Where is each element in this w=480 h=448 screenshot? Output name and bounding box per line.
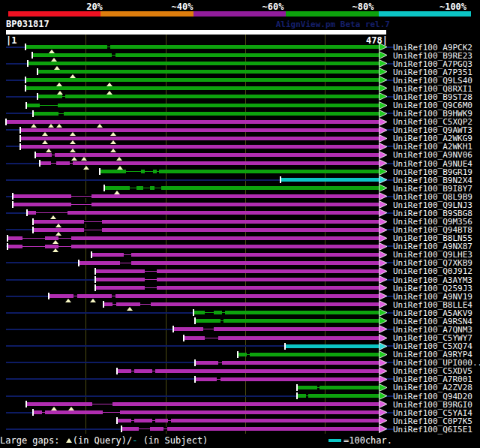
- alignment-bar[interactable]: [238, 353, 379, 356]
- alignment-bar[interactable]: [33, 53, 379, 57]
- query-gap-icon: [83, 166, 89, 170]
- alignment-bar[interactable]: [298, 394, 379, 398]
- alignment-bar[interactable]: [34, 410, 379, 414]
- alignment-bar[interactable]: [26, 86, 379, 90]
- alignment-bar[interactable]: [8, 245, 379, 248]
- alignment-bar[interactable]: [80, 261, 379, 265]
- alignment-bar[interactable]: [21, 145, 379, 149]
- hit-label[interactable]: UniRef100_Q0J912: [393, 267, 472, 275]
- alignment-bar[interactable]: [298, 386, 379, 389]
- alignment-bar[interactable]: [38, 70, 379, 74]
- alignment-bar[interactable]: [26, 45, 379, 49]
- alignment-bar[interactable]: [104, 302, 379, 306]
- alignment-bar[interactable]: [196, 377, 379, 381]
- hit-label[interactable]: UniRef100_A2ZV28: [393, 383, 472, 392]
- subject-gap-region: [126, 172, 140, 173]
- alignment-bar[interactable]: [8, 236, 379, 240]
- alignment-arrow-icon: [379, 325, 388, 333]
- query-gap-icon: [106, 91, 112, 95]
- alignment-bar[interactable]: [14, 203, 379, 206]
- alignment-bar[interactable]: [96, 278, 379, 281]
- alignment-bar[interactable]: [196, 319, 379, 323]
- hit-label[interactable]: UniRef100_A9NUE4: [393, 160, 472, 168]
- alignment-bar[interactable]: [34, 228, 379, 232]
- subject-gap-region: [84, 230, 101, 232]
- query-gap-icon: [42, 132, 48, 136]
- alignment-bar[interactable]: [122, 427, 379, 431]
- hit-label[interactable]: UniRef100_A9NV06: [393, 151, 472, 159]
- hit-label[interactable]: UniRef100_A3AYM3: [393, 276, 472, 284]
- alignment-bar[interactable]: [118, 419, 379, 422]
- alignment-bar[interactable]: [7, 120, 379, 124]
- query-gap-icon: [68, 407, 74, 410]
- alignment-bar[interactable]: [50, 294, 379, 298]
- query-gap-icon: [127, 307, 133, 311]
- alignment-arrow-icon: [379, 308, 388, 317]
- subject-gap-region: [317, 388, 320, 389]
- alignment-bar[interactable]: [34, 220, 379, 224]
- alignment-start-tick: [20, 135, 21, 142]
- alignment-bar[interactable]: [21, 128, 379, 132]
- subject-gap-region: [203, 327, 214, 329]
- alignment-bar[interactable]: [184, 336, 379, 340]
- query-gap-icon: [51, 407, 57, 410]
- alignment-arrow-icon: [379, 226, 388, 234]
- alignment-start-tick: [99, 168, 100, 175]
- hit-label[interactable]: UniRef100_Q94D20: [393, 392, 472, 401]
- hit-label[interactable]: UniRef100_A9PCK2: [393, 44, 472, 52]
- alignment-arrow-icon: [379, 209, 388, 217]
- alignment-bar[interactable]: [34, 112, 379, 116]
- hit-label[interactable]: UniRef100_A7PGQ3: [393, 60, 472, 68]
- subject-gap-region: [306, 396, 308, 398]
- alignment-bar[interactable]: [28, 62, 379, 65]
- alignment-bar[interactable]: [281, 178, 379, 182]
- alignment-bar[interactable]: [118, 369, 379, 373]
- subject-gap-region: [40, 106, 58, 107]
- hit-label[interactable]: UniRef100_Q259J3: [393, 284, 472, 293]
- subject-gap-region: [222, 313, 225, 314]
- alignment-bar[interactable]: [174, 327, 379, 331]
- hit-label[interactable]: UniRef100_A9NV19: [393, 293, 472, 301]
- query-gap-icon: [110, 140, 116, 144]
- alignment-arrow-icon: [379, 110, 388, 118]
- alignment-arrow-icon: [379, 151, 388, 159]
- alignment-bar[interactable]: [96, 269, 379, 273]
- alignment-bar[interactable]: [26, 78, 379, 82]
- subject-gap-region: [143, 186, 151, 188]
- hit-label[interactable]: UniRef100_B9RGI0: [393, 401, 472, 409]
- alignment-bar[interactable]: [194, 311, 379, 314]
- hit-label[interactable]: UniRef100_C5YAI4: [393, 409, 472, 417]
- alignment-bar[interactable]: [286, 344, 379, 348]
- alignment-bar[interactable]: [196, 361, 379, 365]
- query-coord-end: 478|: [313, 35, 388, 46]
- subject-gap-region: [58, 114, 63, 116]
- alignment-bar[interactable]: [40, 161, 379, 165]
- alignment-bar[interactable]: [96, 286, 379, 290]
- hit-label[interactable]: UniRef100_B9GR19: [393, 168, 472, 176]
- alignment-bar[interactable]: [36, 153, 379, 157]
- subject-gap-region: [74, 294, 76, 296]
- alignment-bar[interactable]: [21, 137, 379, 140]
- query-gap-icon: [56, 124, 62, 128]
- alignment-bar[interactable]: [27, 104, 379, 107]
- query-gap-icon: [106, 83, 112, 86]
- alignment-start-tick: [284, 343, 286, 350]
- alignment-start-tick: [78, 260, 80, 266]
- alignment-start-tick: [37, 68, 38, 75]
- alignment-bar[interactable]: [92, 253, 379, 257]
- alignment-bar[interactable]: [38, 95, 379, 98]
- alignment-bar[interactable]: [28, 211, 379, 215]
- alignment-bar[interactable]: [105, 186, 379, 190]
- alignment-start-tick: [12, 193, 14, 200]
- alignment-bar[interactable]: [27, 402, 379, 406]
- subject-gap-region: [220, 319, 224, 320]
- subject-gap-region: [247, 355, 250, 356]
- subject-gap-region: [22, 247, 45, 248]
- alignment-start-tick: [94, 284, 96, 291]
- alignment-bar[interactable]: [100, 170, 379, 173]
- hit-label[interactable]: UniRef100_B9N2X4: [393, 176, 472, 185]
- alignment-start-tick: [20, 127, 21, 134]
- hit-label[interactable]: UniRef100_B9RE23: [393, 52, 472, 60]
- hit-label[interactable]: UniRef100_Q6I5E1: [393, 425, 472, 434]
- alignment-bar[interactable]: [14, 194, 379, 198]
